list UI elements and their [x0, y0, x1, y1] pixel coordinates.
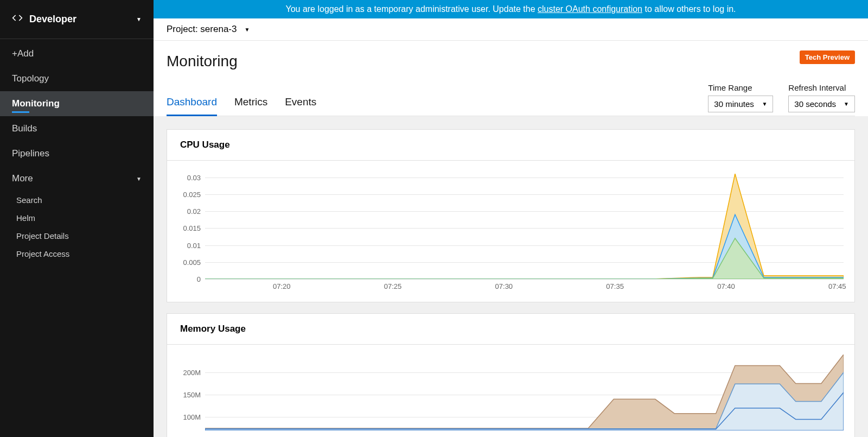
- sidebar-more-toggle[interactable]: More ▼: [0, 166, 154, 191]
- chevron-down-icon: ▼: [762, 101, 767, 107]
- time-range-value: 30 minutes: [714, 99, 754, 109]
- memory-chart: 100M150M200M: [178, 354, 844, 430]
- x-tick-label: 07:35: [606, 282, 624, 290]
- tabs: DashboardMetricsEvents: [167, 96, 316, 116]
- perspective-switcher[interactable]: Developer ▼: [0, 0, 154, 39]
- y-tick-label: 0.015: [168, 224, 201, 232]
- x-tick-label: 07:45: [828, 282, 846, 290]
- x-tick-label: 07:25: [384, 282, 402, 290]
- y-tick-label: 0.025: [168, 190, 201, 198]
- perspective-label: Developer: [29, 14, 76, 25]
- y-tick-label: 0.02: [168, 207, 201, 216]
- banner: You are logged in as a temporary adminis…: [154, 0, 868, 18]
- y-tick-label: 0.01: [168, 241, 201, 249]
- sidebar-item--add[interactable]: +Add: [0, 41, 154, 66]
- sidebar-subitem-project-access[interactable]: Project Access: [0, 245, 154, 263]
- time-range-label: Time Range: [708, 83, 773, 92]
- x-tick-label: 07:20: [273, 282, 291, 290]
- sidebar-subitem-helm[interactable]: Helm: [0, 209, 154, 227]
- sidebar-item-monitoring[interactable]: Monitoring: [0, 91, 154, 116]
- dashboard-body: CPU Usage 00.0050.010.0150.020.0250.03 0…: [154, 116, 868, 437]
- sidebar-item-topology[interactable]: Topology: [0, 66, 154, 91]
- chevron-down-icon: ▼: [136, 176, 142, 182]
- controls: Time Range 30 minutes ▼ Refresh Interval…: [708, 83, 855, 112]
- y-tick-label: 150M: [168, 391, 201, 399]
- chevron-down-icon: ▼: [136, 16, 142, 22]
- page-title: Monitoring: [167, 53, 855, 70]
- sidebar-subitem-search[interactable]: Search: [0, 191, 154, 209]
- banner-link[interactable]: cluster OAuth configuration: [538, 4, 642, 14]
- tab-metrics[interactable]: Metrics: [234, 96, 267, 116]
- memory-card-title: Memory Usage: [180, 324, 841, 334]
- x-tick-label: 07:30: [495, 282, 513, 290]
- cpu-usage-card: CPU Usage 00.0050.010.0150.020.0250.03 0…: [167, 129, 855, 302]
- more-label: More: [12, 173, 33, 184]
- y-tick-label: 0.005: [168, 258, 201, 266]
- memory-usage-card: Memory Usage 100M150M200M: [167, 313, 855, 437]
- sidebar-item-builds[interactable]: Builds: [0, 116, 154, 141]
- main: You are logged in as a temporary adminis…: [154, 0, 868, 437]
- chevron-down-icon: ▼: [244, 27, 250, 33]
- chevron-down-icon: ▼: [844, 101, 849, 107]
- project-selector[interactable]: Project: serena-3 ▼: [154, 18, 868, 41]
- banner-prefix: You are logged in as a temporary adminis…: [285, 4, 538, 14]
- y-tick-label: 0.03: [168, 173, 201, 181]
- sidebar-item-pipelines[interactable]: Pipelines: [0, 141, 154, 166]
- sidebar-subitem-project-details[interactable]: Project Details: [0, 227, 154, 245]
- x-tick-label: 07:40: [717, 282, 735, 290]
- tab-dashboard[interactable]: Dashboard: [167, 96, 217, 116]
- refresh-interval-select[interactable]: 30 seconds ▼: [788, 96, 855, 112]
- y-tick-label: 200M: [168, 368, 201, 376]
- y-tick-label: 100M: [168, 413, 201, 421]
- time-range-select[interactable]: 30 minutes ▼: [708, 96, 773, 112]
- code-icon: [12, 12, 23, 26]
- page-header: Monitoring Tech Preview DashboardMetrics…: [154, 41, 868, 116]
- sidebar: Developer ▼ +AddTopologyMonitoringBuilds…: [0, 0, 154, 437]
- project-label: Project: serena-3: [167, 24, 237, 35]
- refresh-interval-value: 30 seconds: [794, 99, 836, 109]
- tech-preview-badge: Tech Preview: [800, 50, 855, 64]
- refresh-interval-label: Refresh Interval: [788, 83, 855, 92]
- banner-suffix: to allow others to log in.: [642, 4, 736, 14]
- cpu-chart: 00.0050.010.0150.020.0250.03: [178, 170, 844, 279]
- tab-events[interactable]: Events: [285, 96, 316, 116]
- cpu-card-title: CPU Usage: [180, 140, 841, 150]
